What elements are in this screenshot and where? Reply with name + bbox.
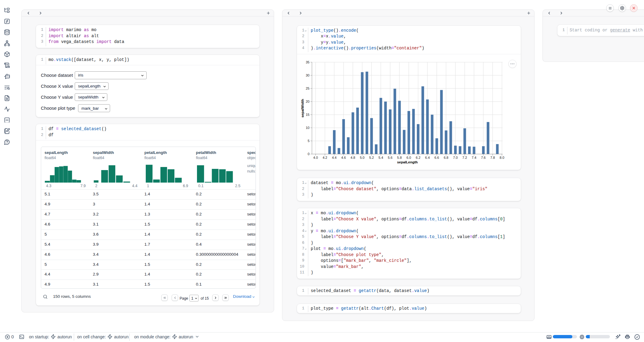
svg-text:5.6: 5.6 — [388, 156, 392, 159]
svg-text:35: 35 — [306, 60, 309, 64]
svg-text:6.2: 6.2 — [416, 156, 420, 159]
svg-text:25: 25 — [306, 87, 309, 90]
svg-text:5.0: 5.0 — [360, 156, 364, 159]
svg-text:5.4: 5.4 — [378, 156, 383, 159]
svg-text:0: 0 — [308, 152, 309, 156]
svg-text:sepalWidth: sepalWidth — [301, 99, 304, 117]
svg-text:30: 30 — [306, 73, 309, 77]
svg-text:4.4: 4.4 — [332, 156, 336, 159]
svg-text:sepalLength: sepalLength — [397, 160, 418, 164]
svg-text:15: 15 — [306, 113, 309, 116]
svg-text:5.2: 5.2 — [369, 156, 374, 159]
svg-text:5.8: 5.8 — [397, 156, 402, 159]
svg-text:6.0: 6.0 — [406, 156, 411, 159]
svg-text:6.4: 6.4 — [425, 156, 430, 159]
svg-text:7.8: 7.8 — [490, 156, 495, 159]
svg-text:7.0: 7.0 — [453, 156, 458, 159]
svg-text:4.8: 4.8 — [351, 156, 355, 159]
svg-text:8.0: 8.0 — [500, 156, 504, 159]
svg-text:6.8: 6.8 — [444, 156, 448, 159]
svg-text:7.6: 7.6 — [481, 156, 485, 159]
svg-text:4.6: 4.6 — [341, 156, 346, 159]
svg-text:4.0: 4.0 — [313, 156, 318, 159]
svg-text:5: 5 — [308, 139, 309, 143]
svg-text:20: 20 — [306, 100, 309, 103]
svg-text:7.2: 7.2 — [462, 156, 467, 159]
svg-text:4.2: 4.2 — [323, 156, 327, 159]
svg-text:6.6: 6.6 — [435, 156, 439, 159]
svg-text:7.4: 7.4 — [472, 156, 476, 159]
svg-text:10: 10 — [306, 126, 309, 130]
